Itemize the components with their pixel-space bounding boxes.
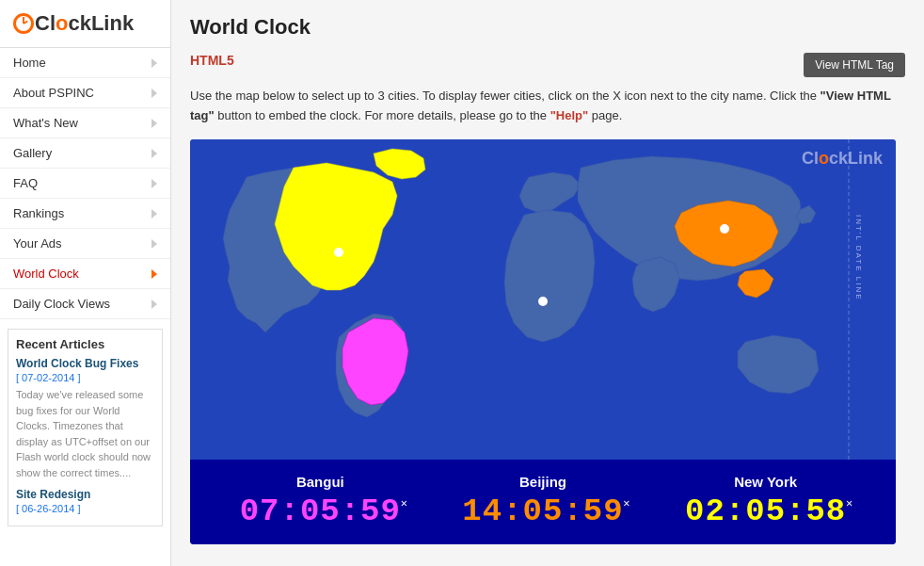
clock-bar: Bangui 07:05:59✕ Beijing 14:05:59✕ New Y… — [190, 460, 896, 544]
page-title: World Clock — [190, 15, 905, 40]
nav-label: Rankings — [13, 206, 64, 220]
article-title-0[interactable]: World Clock Bug Fixes — [16, 357, 154, 370]
city-clock-bangui: Bangui 07:05:59✕ — [240, 474, 401, 529]
nav-item-home[interactable]: Home — [0, 48, 170, 78]
city-time-newyork: 02:05:58✕ — [685, 493, 846, 529]
main-content: World Clock HTML5 View HTML Tag Use the … — [171, 0, 924, 566]
desc-text-2: button to embed the clock. For more deta… — [215, 108, 550, 122]
nav-arrow — [151, 299, 157, 309]
nav-arrow — [151, 179, 157, 188]
map-container[interactable]: ClockLink — [190, 139, 896, 460]
nav-label: What's New — [13, 116, 78, 130]
close-bangui[interactable]: ✕ — [401, 496, 408, 510]
nav-item-faq[interactable]: FAQ — [0, 169, 170, 199]
nav-label: About PSPINC — [13, 86, 94, 100]
city-clock-newyork: New York 02:05:58✕ — [685, 474, 846, 529]
nav-item-gallery[interactable]: Gallery — [0, 138, 170, 169]
city-time-beijing: 14:05:59✕ — [462, 493, 623, 529]
nav-arrow — [151, 239, 157, 249]
recent-articles: Recent Articles World Clock Bug Fixes [ … — [8, 329, 163, 526]
logo[interactable]: ClockLink — [0, 0, 170, 47]
newyork-dot[interactable] — [334, 248, 343, 257]
city-name-bangui: Bangui — [240, 474, 401, 490]
city-time-bangui: 07:05:59✕ — [240, 493, 401, 529]
help-link[interactable]: "Help" — [550, 108, 589, 122]
nav-arrow — [151, 149, 157, 158]
view-html-tag-button[interactable]: View HTML Tag — [804, 53, 905, 77]
clocklink-brand: ClockLink — [802, 149, 883, 169]
city-clock-beijing: Beijing 14:05:59✕ — [462, 474, 623, 529]
nav-label: Your Ads — [13, 236, 62, 251]
world-map[interactable]: INT'L DATE LINE — [190, 139, 896, 460]
time-display-newyork: 02:05:58 — [685, 493, 846, 529]
description: Use the map below to select up to 3 citi… — [190, 87, 905, 126]
nav-arrow — [151, 209, 157, 218]
time-display-beijing: 14:05:59 — [462, 493, 623, 529]
article-title-1[interactable]: Site Redesign — [16, 488, 154, 501]
nav-item-whatsnew[interactable]: What's New — [0, 108, 170, 138]
nav-arrow — [151, 58, 157, 68]
intl-date-line-text: INT'L DATE LINE — [854, 215, 863, 301]
html5-label: HTML5 — [190, 53, 234, 68]
article-date-0: [ 07-02-2014 ] — [16, 372, 154, 383]
nav-arrow — [151, 119, 157, 128]
city-name-newyork: New York — [685, 474, 846, 490]
recent-articles-heading: Recent Articles — [16, 337, 154, 351]
nav-label: Daily Clock Views — [13, 297, 110, 311]
nav-item-dailyclock[interactable]: Daily Clock Views — [0, 289, 170, 319]
nav: Home About PSPINC What's New Gallery FAQ… — [0, 47, 170, 319]
nav-label: Gallery — [13, 146, 52, 160]
close-beijing[interactable]: ✕ — [623, 496, 630, 510]
beijing-dot[interactable] — [720, 224, 729, 234]
nav-arrow — [151, 89, 157, 98]
nav-label: Home — [13, 56, 46, 70]
close-newyork[interactable]: ✕ — [846, 496, 853, 510]
top-row: HTML5 View HTML Tag — [190, 53, 905, 77]
nav-label: World Clock — [13, 267, 79, 281]
desc-text-1: Use the map below to select up to 3 citi… — [190, 89, 820, 103]
nav-label: FAQ — [13, 176, 38, 190]
nav-item-rankings[interactable]: Rankings — [0, 199, 170, 229]
city-name-beijing: Beijing — [462, 474, 623, 490]
bangui-dot[interactable] — [538, 297, 548, 306]
clock-widget: ClockLink — [190, 139, 896, 544]
clock-icon — [13, 13, 34, 34]
nav-item-yourads[interactable]: Your Ads — [0, 229, 170, 259]
nav-arrow-active — [151, 269, 157, 279]
time-display-bangui: 07:05:59 — [240, 493, 401, 529]
article-excerpt-0: Today we've released some bug fixes for … — [16, 387, 154, 480]
article-date-1: [ 06-26-2014 ] — [16, 503, 154, 514]
nav-item-about[interactable]: About PSPINC — [0, 78, 170, 108]
sidebar: ClockLink Home About PSPINC What's New G… — [0, 0, 171, 566]
desc-text-3: page. — [588, 108, 622, 122]
nav-item-worldclock[interactable]: World Clock — [0, 259, 170, 289]
